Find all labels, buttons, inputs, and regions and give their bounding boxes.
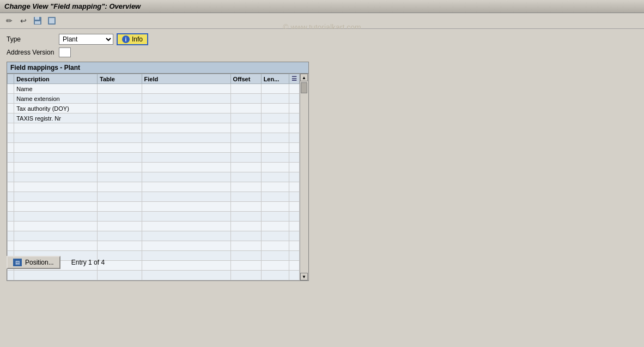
col-offset-header[interactable]: Offset (230, 74, 261, 84)
load-button[interactable] (46, 15, 58, 27)
cell-table[interactable] (98, 271, 142, 280)
cell-len[interactable] (261, 231, 289, 241)
back-button[interactable]: ↩ (17, 15, 29, 27)
cell-offset[interactable] (230, 271, 261, 280)
type-select[interactable]: Plant (59, 34, 113, 45)
scroll-up-arrow[interactable]: ▲ (300, 74, 308, 81)
cell-description[interactable]: TAXIS registr. Nr (14, 113, 98, 123)
cell-table[interactable] (98, 202, 142, 212)
cell-offset[interactable] (230, 182, 261, 192)
cell-description[interactable] (14, 163, 98, 172)
position-button[interactable]: ▤ Position... (7, 256, 60, 269)
cell-field[interactable] (142, 94, 230, 104)
cell-table[interactable] (98, 192, 142, 202)
cell-offset[interactable] (230, 113, 261, 123)
cell-table[interactable] (98, 153, 142, 163)
cell-description[interactable] (14, 192, 98, 202)
cell-offset[interactable] (230, 123, 261, 133)
cell-field[interactable] (142, 271, 230, 280)
info-button[interactable]: i Info (117, 33, 148, 45)
scroll-thumb[interactable] (301, 82, 307, 93)
cell-field[interactable] (142, 182, 230, 192)
cell-offset[interactable] (230, 133, 261, 143)
cell-table[interactable] (98, 104, 142, 113)
cell-len[interactable] (261, 143, 289, 153)
cell-field[interactable] (142, 261, 230, 271)
cell-table[interactable] (98, 143, 142, 153)
cell-len[interactable] (261, 123, 289, 133)
cell-len[interactable] (261, 153, 289, 163)
cell-description[interactable] (14, 133, 98, 143)
col-field-header[interactable]: Field (142, 74, 230, 84)
pen-button[interactable]: ✏ (3, 15, 15, 27)
cell-field[interactable] (142, 84, 230, 94)
cell-field[interactable] (142, 153, 230, 163)
scroll-down-arrow[interactable]: ▼ (300, 273, 308, 280)
cell-description[interactable] (14, 153, 98, 163)
cell-field[interactable] (142, 222, 230, 231)
cell-field[interactable] (142, 143, 230, 153)
col-table-header[interactable]: Table (98, 74, 142, 84)
col-description-header[interactable]: Description (14, 74, 98, 84)
cell-table[interactable] (98, 172, 142, 182)
cell-field[interactable] (142, 231, 230, 241)
cell-description[interactable] (14, 172, 98, 182)
cell-len[interactable] (261, 202, 289, 212)
cell-description[interactable] (14, 271, 98, 280)
cell-field[interactable] (142, 172, 230, 182)
cell-offset[interactable] (230, 261, 261, 271)
cell-offset[interactable] (230, 94, 261, 104)
cell-description[interactable] (14, 212, 98, 222)
cell-table[interactable] (98, 212, 142, 222)
cell-description[interactable] (14, 241, 98, 251)
cell-description[interactable] (14, 231, 98, 241)
scrollbar[interactable]: ▲ ▼ (300, 74, 308, 280)
cell-description[interactable] (14, 222, 98, 231)
cell-offset[interactable] (230, 251, 261, 261)
cell-description[interactable]: Tax authority (DOY) (14, 104, 98, 113)
cell-offset[interactable] (230, 222, 261, 231)
cell-field[interactable] (142, 123, 230, 133)
cell-field[interactable] (142, 113, 230, 123)
cell-len[interactable] (261, 222, 289, 231)
cell-field[interactable] (142, 212, 230, 222)
cell-description[interactable]: Name extension (14, 94, 98, 104)
cell-len[interactable] (261, 94, 289, 104)
cell-len[interactable] (261, 182, 289, 192)
cell-description[interactable] (14, 143, 98, 153)
cell-field[interactable] (142, 251, 230, 261)
cell-description[interactable] (14, 202, 98, 212)
cell-len[interactable] (261, 84, 289, 94)
cell-field[interactable] (142, 133, 230, 143)
cell-table[interactable] (98, 231, 142, 241)
cell-description[interactable] (14, 182, 98, 192)
cell-table[interactable] (98, 241, 142, 251)
cell-len[interactable] (261, 212, 289, 222)
cell-field[interactable] (142, 202, 230, 212)
save-button[interactable] (32, 15, 44, 27)
cell-table[interactable] (98, 222, 142, 231)
cell-table[interactable] (98, 84, 142, 94)
cell-field[interactable] (142, 104, 230, 113)
cell-table[interactable] (98, 163, 142, 172)
cell-offset[interactable] (230, 192, 261, 202)
cell-offset[interactable] (230, 104, 261, 113)
cell-offset[interactable] (230, 241, 261, 251)
cell-len[interactable] (261, 113, 289, 123)
cell-offset[interactable] (230, 231, 261, 241)
col-len-header[interactable]: Len... (261, 74, 289, 84)
cell-offset[interactable] (230, 84, 261, 94)
cell-field[interactable] (142, 241, 230, 251)
cell-field[interactable] (142, 192, 230, 202)
cell-len[interactable] (261, 192, 289, 202)
cell-offset[interactable] (230, 143, 261, 153)
cell-offset[interactable] (230, 172, 261, 182)
cell-len[interactable] (261, 104, 289, 113)
cell-table[interactable] (98, 133, 142, 143)
cell-table[interactable] (98, 123, 142, 133)
cell-len[interactable] (261, 163, 289, 172)
cell-description[interactable] (14, 123, 98, 133)
address-version-input[interactable] (59, 47, 71, 57)
cell-offset[interactable] (230, 163, 261, 172)
cell-description[interactable]: Name (14, 84, 98, 94)
